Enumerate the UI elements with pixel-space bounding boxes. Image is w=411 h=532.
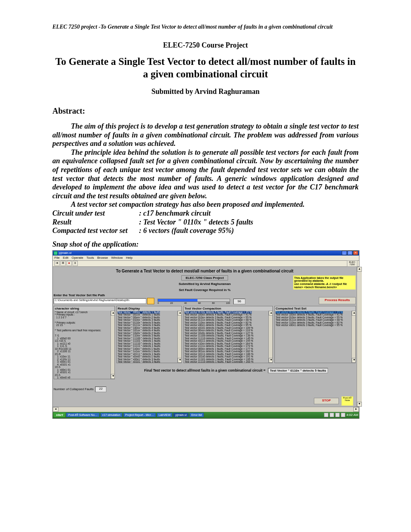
task-item[interactable]: Error list: [189, 413, 204, 417]
window-title: pjmain.vi: [59, 251, 72, 255]
course-title: ELEC-7250 Course Project: [52, 41, 359, 50]
scrollbar[interactable]: ▲▼: [351, 311, 355, 363]
scrollbar[interactable]: ▲▼: [268, 311, 272, 363]
menu-tools[interactable]: Tools: [87, 256, 94, 260]
kv-circuit-value: : c17 benchmark circuit: [139, 209, 211, 218]
abstract-p3: A test vector set compaction strategy ha…: [52, 200, 359, 209]
kv-compacted-label: Compacted test vector set: [52, 227, 139, 235]
tray-icon[interactable]: [335, 413, 340, 417]
menu-operate[interactable]: Operate: [72, 256, 83, 260]
scrollbar[interactable]: ▲▼: [110, 311, 114, 379]
minimize-button[interactable]: _: [342, 251, 347, 255]
stop-button[interactable]: STOP: [314, 398, 339, 404]
menu-edit[interactable]: Edit: [63, 256, 68, 260]
tray-icon[interactable]: [330, 413, 334, 417]
scroll-down-icon[interactable]: ▼: [357, 402, 362, 407]
compacted-test-set-header: Compacted Test Set: [275, 306, 355, 311]
scroll-right-icon[interactable]: ►: [353, 407, 359, 412]
tray-icon[interactable]: [341, 413, 345, 417]
menu-help[interactable]: Help: [126, 256, 132, 260]
postit-note[interactable]: Post-it® Note: [341, 396, 353, 406]
app-window: pjmain.vi _ □ × File Edit Operate Tools …: [52, 250, 359, 419]
collapsed-faults-label: Number of Collapsed Faults: [54, 387, 93, 391]
coverage-slider[interactable]: [158, 299, 230, 302]
main-title: To Generate a Single Test Vector to dete…: [52, 55, 359, 81]
compacted-test-set-text[interactable]: Test vector 0110x detects 5 faults, Faul…: [275, 311, 355, 327]
kv-circuit-label: Circuit under test: [52, 209, 139, 218]
scroll-left-icon[interactable]: ◄: [53, 407, 58, 412]
browse-button[interactable]: [147, 298, 154, 304]
task-item[interactable]: c17 simulation: [100, 413, 122, 417]
task-item[interactable]: pjmain.vi: [173, 413, 189, 417]
run-cont-button[interactable]: ✲: [60, 261, 66, 266]
horizontal-scrollbar[interactable]: ◄ ►: [53, 407, 359, 412]
taskbar: start Post-it® Software No… c17 simulati…: [53, 412, 359, 418]
app-banner: To Generate a Test Vector to detect most…: [54, 268, 356, 274]
vertical-scrollbar[interactable]: ▲ ▼: [357, 267, 362, 407]
task-item[interactable]: LabVIEW: [157, 413, 173, 417]
result-display-panel: Result Display Test Vector " 000xx " det…: [116, 306, 182, 363]
titlebar[interactable]: pjmain.vi _ □ ×: [53, 251, 359, 256]
character-string-header: character string: [54, 306, 114, 311]
final-vector-value: Test Vector " 0110x " detects 5 faults: [268, 368, 328, 373]
taskbar-clock: 4:02 AM: [347, 413, 358, 417]
abstract-heading: Abstract:: [52, 106, 359, 116]
scroll-up-icon[interactable]: ▲: [357, 267, 362, 272]
scrollbar[interactable]: ▲▼: [177, 311, 181, 363]
process-results-button[interactable]: Process Results: [319, 297, 356, 304]
toolbar: ➔ ✲ ● II ELEC 7250: [53, 261, 359, 267]
coverage-value[interactable]: 96: [233, 299, 245, 304]
start-button[interactable]: start: [54, 413, 65, 417]
task-item[interactable]: Project Report - Micr…: [123, 413, 156, 417]
maximize-button[interactable]: □: [347, 251, 353, 255]
pause-button[interactable]: II: [73, 261, 78, 266]
submitted-by-label: Submitted by Arvind Raghuraman: [179, 282, 230, 286]
app-icon: [54, 251, 58, 255]
class-project-label: ELEC-7250 Class Project: [181, 275, 228, 281]
kv-result-label: Result: [52, 218, 139, 227]
fault-coverage-label: Set Fault Coverage Required in %: [179, 288, 230, 292]
task-item[interactable]: Post-it® Software No…: [66, 413, 99, 417]
final-vector-label: Final Test vector to detect all/most fau…: [144, 368, 266, 372]
abstract-body: The aim of this project is to develop a …: [52, 122, 359, 235]
submitted-by: Submitted by Arvind Raghuraman: [52, 87, 359, 96]
run-button[interactable]: ➔: [54, 261, 60, 266]
tray-icon[interactable]: [324, 413, 328, 417]
character-string-panel: character string * Name of circuit: c17.…: [54, 306, 115, 379]
test-vector-compaction-text[interactable]: Test vector 0110x detects 5 faults, Faul…: [184, 311, 272, 363]
collapsed-faults-value[interactable]: 22: [95, 387, 106, 392]
compacted-test-set-panel: Compacted Test Set Test vector 0110x det…: [274, 306, 356, 363]
abstract-p2: The principle idea behind the solution i…: [52, 148, 359, 201]
path-label: Enter the Test Vector Set file Path: [54, 293, 154, 297]
help-note: This Application takes the output file g…: [293, 275, 356, 290]
test-vector-compaction-header: Test Vector Compaction: [184, 306, 272, 311]
close-button[interactable]: ×: [353, 251, 358, 255]
kv-compacted-value: : 6 vectors (fault coverage 95%): [139, 227, 234, 235]
abstract-p1: The aim of this project is to develop a …: [52, 122, 359, 148]
path-input[interactable]: C:\Documents and Settings\Arvind Raghura…: [54, 298, 146, 304]
snapshot-heading: Snap shot of the application:: [52, 240, 359, 249]
menubar: File Edit Operate Tools Browse Window He…: [53, 256, 359, 261]
character-string-text[interactable]: * Name of circuit: c17.bench * Primary i…: [54, 311, 114, 379]
menu-window[interactable]: Window: [111, 256, 122, 260]
kv-result-value: : Test Vector " 0110x " detects 5 faults: [139, 218, 253, 227]
abort-button[interactable]: ●: [66, 261, 72, 266]
test-vector-compaction-panel: Test Vector Compaction Test vector 0110x…: [183, 306, 273, 363]
result-display-header: Result Display: [117, 306, 181, 311]
vi-icon: ELEC 7250: [347, 260, 357, 267]
menu-file[interactable]: File: [54, 256, 60, 260]
menu-browse[interactable]: Browse: [97, 256, 108, 260]
running-header: ELEC 7250 project -To Generate a Single …: [52, 23, 359, 31]
result-display-text[interactable]: Test Vector " 000xx " detects 1 faults T…: [117, 311, 181, 363]
